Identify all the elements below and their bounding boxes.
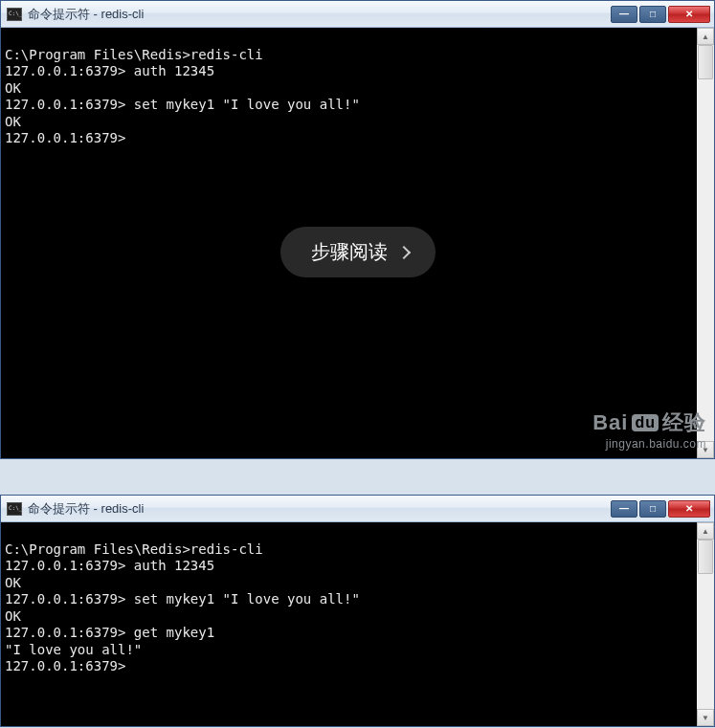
scrollbar[interactable]: ▲ ▼ bbox=[697, 522, 714, 726]
cmd-window-2: 命令提示符 - redis-cli — □ ✕ C:\Program Files… bbox=[0, 495, 715, 727]
terminal-output[interactable]: C:\Program Files\Redis>redis-cli 127.0.0… bbox=[1, 522, 697, 726]
terminal-line: OK bbox=[5, 575, 21, 590]
step-read-button[interactable]: 步骤阅读 bbox=[280, 227, 436, 277]
terminal-line: C:\Program Files\Redis>redis-cli bbox=[5, 47, 263, 62]
scroll-thumb[interactable] bbox=[698, 45, 713, 79]
terminal-line: OK bbox=[5, 608, 21, 624]
window-controls: — □ ✕ bbox=[611, 500, 710, 518]
scroll-up-button[interactable]: ▲ bbox=[697, 28, 714, 45]
titlebar[interactable]: 命令提示符 - redis-cli — □ ✕ bbox=[1, 1, 714, 28]
window-title: 命令提示符 - redis-cli bbox=[28, 500, 611, 518]
terminal-line: 127.0.0.1:6379> bbox=[5, 130, 125, 145]
maximize-button[interactable]: □ bbox=[639, 6, 666, 23]
terminal-line: OK bbox=[5, 80, 21, 96]
chevron-right-icon bbox=[396, 245, 410, 258]
terminal-line: 127.0.0.1:6379> get mykey1 bbox=[5, 625, 214, 640]
window-title: 命令提示符 - redis-cli bbox=[28, 6, 611, 23]
maximize-button[interactable]: □ bbox=[639, 500, 666, 518]
scroll-down-button[interactable]: ▼ bbox=[697, 709, 714, 726]
cmd-window-1: 命令提示符 - redis-cli — □ ✕ C:\Program Files… bbox=[0, 0, 715, 459]
terminal-line: 127.0.0.1:6379> set mykey1 "I love you a… bbox=[5, 591, 360, 607]
terminal-line: OK bbox=[5, 114, 21, 129]
terminal-line: 127.0.0.1:6379> auth 12345 bbox=[5, 63, 214, 78]
scroll-up-button[interactable]: ▲ bbox=[697, 522, 714, 540]
window-controls: — □ ✕ bbox=[611, 6, 710, 23]
scroll-track[interactable] bbox=[697, 540, 714, 709]
close-button[interactable]: ✕ bbox=[668, 500, 710, 518]
terminal-line: 127.0.0.1:6379> auth 12345 bbox=[5, 558, 214, 573]
cmd-icon bbox=[7, 502, 22, 516]
scroll-thumb[interactable] bbox=[698, 540, 713, 574]
minimize-button[interactable]: — bbox=[611, 6, 637, 23]
terminal-line: 127.0.0.1:6379> set mykey1 "I love you a… bbox=[5, 97, 360, 112]
cmd-icon bbox=[7, 8, 22, 21]
terminal-line: C:\Program Files\Redis>redis-cli bbox=[5, 541, 263, 557]
minimize-button[interactable]: — bbox=[611, 500, 637, 518]
terminal-line: 127.0.0.1:6379> bbox=[5, 658, 125, 673]
step-read-label: 步骤阅读 bbox=[311, 239, 388, 265]
titlebar[interactable]: 命令提示符 - redis-cli — □ ✕ bbox=[1, 496, 714, 522]
terminal-line: "I love you all!" bbox=[5, 642, 142, 657]
close-button[interactable]: ✕ bbox=[668, 6, 710, 23]
scroll-track[interactable] bbox=[697, 45, 714, 441]
scroll-down-button[interactable]: ▼ bbox=[697, 441, 714, 458]
terminal-area: C:\Program Files\Redis>redis-cli 127.0.0… bbox=[1, 522, 714, 726]
scrollbar[interactable]: ▲ ▼ bbox=[697, 28, 714, 458]
